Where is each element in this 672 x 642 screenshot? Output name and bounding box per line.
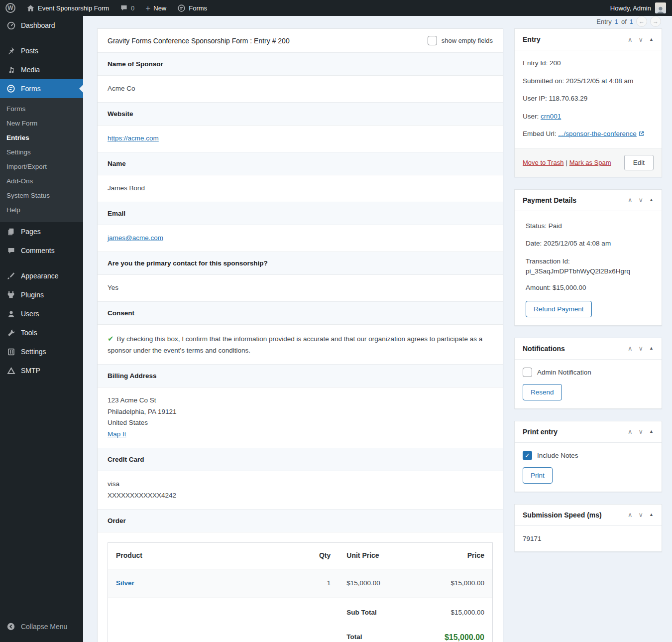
mark-as-spam-link[interactable]: Mark as Spam bbox=[569, 159, 611, 166]
submenu-item-settings[interactable]: Settings bbox=[0, 145, 83, 159]
paintbrush-icon bbox=[6, 271, 16, 281]
submenu-item-forms[interactable]: Forms bbox=[0, 102, 83, 116]
forms-submenu: Forms New Form Entries Settings Import/E… bbox=[0, 98, 83, 222]
collapse-panel-icon[interactable]: ▲ bbox=[649, 429, 654, 434]
chevron-down-icon[interactable]: ∨ bbox=[639, 428, 644, 435]
chevron-down-icon[interactable]: ∨ bbox=[639, 512, 644, 518]
edit-button[interactable]: Edit bbox=[624, 155, 654, 170]
embed-url-line: Embed Url: .../sponsor-the-conference bbox=[523, 129, 654, 140]
site-name-link[interactable]: Event Sponsorship Form bbox=[21, 0, 114, 16]
collapse-panel-icon[interactable]: ▲ bbox=[649, 346, 654, 351]
card-type: visa bbox=[108, 479, 493, 490]
comments-shortcut[interactable]: 0 bbox=[114, 0, 140, 16]
email-link[interactable]: james@acme.com bbox=[108, 234, 163, 242]
pushpin-icon bbox=[6, 46, 16, 56]
sidebar-item-pages[interactable]: Pages bbox=[0, 222, 83, 241]
chevron-down-icon[interactable]: ∨ bbox=[639, 345, 644, 352]
sidebar-item-appearance[interactable]: Appearance bbox=[0, 266, 83, 285]
media-icon bbox=[6, 65, 16, 75]
sidebar-item-settings[interactable]: Settings bbox=[0, 342, 83, 361]
chevron-down-icon[interactable]: ∨ bbox=[639, 197, 644, 203]
chevron-up-icon[interactable]: ∧ bbox=[628, 345, 633, 352]
order-col-unit-price: Unit Price bbox=[338, 543, 416, 569]
address-line: 123 Acme Co St bbox=[108, 395, 493, 406]
submenu-item-new-form[interactable]: New Form bbox=[0, 116, 83, 130]
chevron-up-icon[interactable]: ∧ bbox=[628, 512, 633, 518]
entry-id-line: Entry Id: 200 bbox=[523, 58, 654, 68]
collapse-panel-icon[interactable]: ▲ bbox=[649, 37, 654, 42]
resend-button[interactable]: Resend bbox=[523, 384, 562, 400]
collapse-panel-icon[interactable]: ▲ bbox=[649, 513, 654, 517]
sidebar-item-users[interactable]: Users bbox=[0, 304, 83, 323]
submission-speed-panel: Submission Speed (ms) ∧ ∨ ▲ 79171 bbox=[514, 504, 662, 552]
sidebar-item-label: Tools bbox=[21, 329, 37, 337]
show-empty-fields-checkbox[interactable] bbox=[428, 36, 437, 45]
user-link[interactable]: crn001 bbox=[541, 113, 561, 120]
sidebar-item-dashboard[interactable]: Dashboard bbox=[0, 16, 83, 35]
forms-label: Forms bbox=[189, 4, 207, 12]
user-label: User: bbox=[523, 113, 539, 120]
include-notes-checkbox[interactable]: ✓ bbox=[523, 451, 532, 460]
collapse-panel-icon[interactable]: ▲ bbox=[649, 198, 654, 202]
field-value: james@acme.com bbox=[98, 225, 503, 252]
sidebar-item-posts[interactable]: Posts bbox=[0, 41, 83, 60]
user-ip-line: User IP: 118.70.63.29 bbox=[523, 94, 654, 104]
submenu-item-system-status[interactable]: System Status bbox=[0, 188, 83, 203]
submenu-item-add-ons[interactable]: Add-Ons bbox=[0, 174, 83, 188]
website-link[interactable]: https://acme.com bbox=[108, 134, 159, 142]
address-line: Philadelphia, PA 19121 bbox=[108, 406, 493, 418]
submenu-item-import-export[interactable]: Import/Export bbox=[0, 159, 83, 174]
submission-speed-value: 79171 bbox=[523, 534, 654, 544]
print-button[interactable]: Print bbox=[523, 467, 553, 484]
wordpress-menu-button[interactable]: W bbox=[0, 0, 21, 16]
chevron-up-icon[interactable]: ∧ bbox=[628, 197, 633, 203]
entry-nav-prefix: Entry bbox=[596, 18, 611, 25]
order-summary: Product Qty Unit Price Price Silver 1 $1… bbox=[98, 532, 503, 642]
meta-panels-column: Entry ∧ ∨ ▲ Entry Id: 200 Submitted on: … bbox=[514, 28, 662, 552]
refund-payment-button[interactable]: Refund Payment bbox=[526, 301, 592, 317]
previous-entry-button[interactable]: ← bbox=[636, 16, 647, 27]
embed-url-link[interactable]: .../sponsor-the-conference bbox=[558, 130, 637, 137]
sidebar-item-plugins[interactable]: Plugins bbox=[0, 285, 83, 304]
consent-text: By checking this box, I confirm that the… bbox=[108, 335, 482, 354]
admin-notification-label: Admin Notification bbox=[537, 369, 591, 376]
new-content-button[interactable]: + New bbox=[140, 0, 172, 16]
total-value: $15,000.00 bbox=[416, 625, 493, 642]
map-it-link[interactable]: Map It bbox=[108, 430, 126, 438]
credit-card-value: visa XXXXXXXXXXXX4242 bbox=[98, 471, 503, 510]
sidebar-item-smtp[interactable]: SMTP bbox=[0, 361, 83, 380]
dashboard-icon bbox=[6, 20, 16, 30]
transaction-id-line: Transaction Id: pi_3SaqJmDPTbhWyQ2l2Bx6H… bbox=[526, 257, 654, 276]
sidebar-item-label: Collapse Menu bbox=[21, 623, 67, 631]
user-line: User: crn001 bbox=[523, 112, 654, 122]
comment-bubble-icon bbox=[120, 4, 128, 12]
sidebar-item-media[interactable]: Media bbox=[0, 60, 83, 79]
field-label: Email bbox=[98, 202, 503, 225]
entry-pagination: Entry 1 of 1 ← → bbox=[83, 16, 672, 28]
collapse-menu-button[interactable]: Collapse Menu bbox=[0, 617, 83, 636]
submenu-item-help[interactable]: Help bbox=[0, 203, 83, 217]
sidebar-item-comments[interactable]: Comments bbox=[0, 241, 83, 260]
sidebar-item-forms[interactable]: Forms bbox=[0, 79, 83, 98]
comments-count: 0 bbox=[131, 4, 134, 12]
submenu-item-entries[interactable]: Entries bbox=[0, 130, 83, 145]
field-label: Billing Address bbox=[98, 365, 503, 387]
next-entry-button[interactable]: → bbox=[650, 16, 661, 27]
sidebar-item-label: Dashboard bbox=[21, 21, 55, 29]
account-menu[interactable]: Howdy, Admin bbox=[604, 2, 672, 13]
admin-notification-checkbox[interactable] bbox=[523, 368, 532, 377]
sidebar-item-tools[interactable]: Tools bbox=[0, 323, 83, 342]
order-unit-price: $15,000.00 bbox=[338, 569, 416, 598]
move-to-trash-link[interactable]: Move to Trash bbox=[523, 159, 563, 166]
new-label: New bbox=[153, 4, 166, 12]
show-empty-fields-control[interactable]: show empty fields bbox=[428, 36, 493, 45]
chevron-up-icon[interactable]: ∧ bbox=[628, 428, 633, 435]
forms-shortcut[interactable]: Forms bbox=[172, 0, 213, 16]
address-value: 123 Acme Co St Philadelphia, PA 19121 Un… bbox=[98, 387, 503, 449]
chevron-down-icon[interactable]: ∨ bbox=[639, 36, 644, 43]
chevron-up-icon[interactable]: ∧ bbox=[628, 36, 633, 43]
field-label: Name of Sponsor bbox=[98, 53, 503, 76]
product-link[interactable]: Silver bbox=[116, 579, 134, 587]
panel-title: Print entry bbox=[523, 428, 558, 436]
site-name: Event Sponsorship Form bbox=[38, 4, 109, 12]
